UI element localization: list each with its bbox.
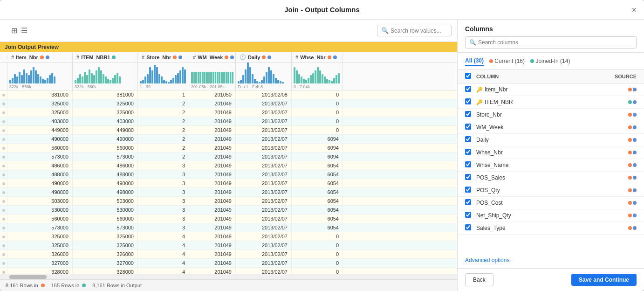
data-cell: 488000 — [73, 170, 138, 179]
data-cell: 2 — [138, 144, 189, 152]
data-cell: 2013/02/07 — [236, 206, 292, 214]
table-row: 57300057300022010492013/02/076094 — [0, 152, 457, 161]
data-cell: 201049 — [189, 108, 236, 117]
source-dot-orange — [628, 201, 632, 205]
search-columns-input[interactable] — [478, 39, 632, 46]
table-row: 56000056000022010492013/02/076094 — [0, 144, 457, 152]
column-checkbox-wm_week[interactable] — [465, 124, 471, 130]
column-checkbox-sales_type[interactable] — [465, 224, 471, 230]
hash-icon: # — [76, 55, 79, 60]
column-name: Store_Nbr — [476, 111, 609, 118]
data-cell: 325000 — [7, 99, 73, 108]
tab-dot-joined-in — [530, 59, 534, 63]
source-dot-orange — [628, 88, 632, 91]
source-dot-blue — [633, 125, 637, 129]
column-checkbox-net_ship_qty[interactable] — [465, 212, 471, 218]
source-dot-blue — [633, 163, 637, 167]
scroll-bar[interactable] — [0, 274, 457, 279]
source-dot-orange — [628, 163, 632, 167]
close-button[interactable]: × — [631, 6, 637, 14]
data-cell: 201049 — [189, 259, 236, 267]
filter-tab-all[interactable]: All (30) — [465, 56, 484, 66]
filter-tab-joined-in[interactable]: Joined-In (14) — [530, 57, 570, 65]
data-cell: 488000 — [7, 170, 73, 179]
data-cell: 403000 — [7, 117, 73, 125]
column-checkbox-pos_sales[interactable] — [465, 174, 471, 180]
search-bar-row: ⊞ ☰ 🔍 — [0, 20, 457, 42]
data-cell: 325000 — [7, 232, 73, 241]
data-cell: 2013/02/07 — [236, 268, 292, 274]
save-continue-button[interactable]: Save and Continue — [571, 274, 637, 286]
table-row: 40300040300022010492013/02/070 — [0, 117, 457, 126]
column-checkbox-whse_nbr[interactable] — [465, 149, 471, 155]
data-cell: 2013/02/07 — [236, 108, 292, 117]
data-cell: 201050 — [189, 90, 236, 99]
table-row: 32500032500042010492013/02/070 — [0, 232, 457, 241]
data-cell: 327000 — [73, 259, 138, 267]
chart-cell-4: Feb 1 - Feb 8 — [236, 62, 292, 90]
source-dot-blue — [633, 138, 637, 142]
data-cell: 6094 — [292, 135, 343, 143]
column-checkbox-pos_qty[interactable] — [465, 187, 471, 193]
chart-cell-5: 0 - 7.04k — [292, 62, 343, 90]
source-dot-orange — [628, 125, 632, 129]
data-cell: 201049 — [189, 250, 236, 258]
columns-title: Columns — [465, 25, 637, 33]
data-cell: 2 — [138, 135, 189, 143]
data-cell: 6054 — [292, 223, 343, 232]
data-cell: 573000 — [7, 223, 73, 232]
data-cell: 201049 — [189, 241, 236, 249]
data-cell: 0 — [292, 259, 343, 267]
data-cell: 325000 — [73, 241, 138, 249]
select-all-checkbox[interactable] — [465, 73, 471, 79]
column-name: ITEM_NBR — [485, 99, 609, 105]
data-cell: 2 — [138, 99, 189, 108]
column-checkbox-store_nbr[interactable] — [465, 111, 471, 117]
source-dot-orange — [628, 176, 632, 180]
column-name: POS_Sales — [476, 174, 609, 181]
right-panel: Columns 🔍 All (30) Current (16) Joined-I… — [458, 20, 644, 291]
rows-in-teal-label: 165 Rows in — [51, 283, 80, 288]
search-row-input[interactable] — [391, 28, 451, 34]
data-cell: 0 — [292, 117, 343, 125]
filter-tab-current[interactable]: Current (16) — [489, 57, 525, 65]
column-name: Whse_Nbr — [476, 149, 609, 156]
data-cell: 201049 — [189, 206, 236, 214]
list-icon[interactable]: ☰ — [21, 26, 27, 35]
table-row: 56000056000032010492013/02/076054 — [0, 215, 457, 223]
source-dots — [609, 201, 637, 205]
data-cell: 2013/02/07 — [236, 250, 292, 258]
table-row: 49800049800032010492013/02/076054 — [0, 188, 457, 197]
table-row: 32600032600042010492013/02/070 — [0, 250, 457, 259]
data-cell: 327000 — [7, 259, 73, 267]
column-checkbox-whse_name[interactable] — [465, 161, 471, 167]
grid-icon[interactable]: ⊞ — [11, 26, 17, 35]
source-dots — [609, 188, 637, 192]
column-checkbox-pos_cost[interactable] — [465, 199, 471, 205]
hash-icon: # — [142, 55, 144, 60]
data-cell: 6054 — [292, 179, 343, 187]
column-checkbox-daily[interactable] — [465, 136, 471, 142]
column-checkbox-item_nbr[interactable] — [465, 98, 471, 104]
column-name: Whse_Name — [476, 162, 609, 168]
table-row: 48800048800032010492013/02/076054 — [0, 170, 457, 179]
column-name: Item_Nbr — [485, 86, 609, 93]
advanced-options-link[interactable]: Advanced options — [458, 252, 644, 268]
check-header — [465, 73, 476, 80]
table-row: 44900044900022010492013/02/070 — [0, 126, 457, 135]
hash-icon: # — [193, 55, 196, 60]
columns-list: 🔑Item_Nbr🔑ITEM_NBRStore_NbrWM_WeekDailyW… — [458, 83, 644, 252]
data-cell: 3 — [138, 206, 189, 214]
data-cell: 403000 — [73, 117, 138, 125]
data-cell: 201049 — [189, 188, 236, 196]
back-button[interactable]: Back — [465, 273, 493, 286]
data-cell: 6054 — [292, 197, 343, 205]
data-cell: 0 — [292, 126, 343, 134]
data-cell: 1 — [138, 90, 189, 99]
table-row: 32500032500042010492013/02/070 — [0, 241, 457, 250]
data-cell: 498000 — [73, 188, 138, 196]
column-checkbox-item_nbr[interactable] — [465, 86, 471, 92]
column-row: Daily — [458, 134, 644, 146]
data-cell: 3 — [138, 161, 189, 170]
data-cell: 6054 — [292, 188, 343, 196]
